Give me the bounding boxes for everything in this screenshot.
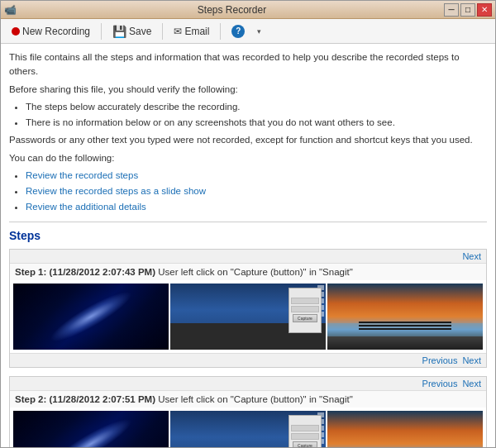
save-icon: 💾 [112,25,126,38]
step-2-previous-link-top[interactable]: Previous [422,379,458,388]
email-button[interactable]: ✉ Email [168,22,215,41]
bullet-item-2: There is no information below or on any … [26,116,487,130]
step-2-container: Previous Next Step 2: (11/28/2012 2:07:5… [9,376,487,448]
step-2-nav-top: Previous Next [10,377,486,391]
link-item-1: Review the recorded steps [26,169,487,183]
intro-para4: You can do the following: [9,151,487,165]
step-2-image-sunset [327,411,483,448]
step-1-image-desktop: Capture [170,284,326,350]
link-item-2: Review the recorded steps as a slide sho… [26,184,487,198]
save-label: Save [129,26,151,37]
step-1-nav-bottom: Previous Next [10,353,486,367]
save-button[interactable]: 💾 Save [107,21,157,41]
window-title: Steps Recorder [20,4,444,16]
step-1-nav-top: Next [10,250,486,264]
intro-divider [9,222,487,222]
intro-para3: Passwords or any other text you typed we… [9,133,487,147]
step-2-image-desktop: Capture [170,411,326,448]
window-controls: ─ □ ✕ [444,3,492,17]
toolbar-separator-1 [101,23,102,40]
step-1-next-link-bottom[interactable]: Next [462,355,481,365]
title-bar: 📹 Steps Recorder ─ □ ✕ [1,1,495,19]
new-recording-label: New Recording [22,26,90,37]
minimize-button[interactable]: ─ [444,3,459,17]
link-item-3: Review the additional details [26,200,487,214]
help-button[interactable]: ? [226,21,250,41]
close-button[interactable]: ✕ [477,3,492,17]
dropdown-arrow-icon: ▾ [257,27,261,36]
review-slideshow-link[interactable]: Review the recorded steps as a slide sho… [26,186,206,196]
review-details-link[interactable]: Review the additional details [26,202,146,212]
bullet-item-1: The steps below accurately describe the … [26,100,487,114]
restore-button[interactable]: □ [460,3,475,17]
email-label: Email [184,26,209,37]
new-recording-button[interactable]: New Recording [6,22,96,41]
step-1-images: Capture [10,280,486,353]
record-dot-icon [12,27,20,36]
step-1-image-galaxy [13,284,169,350]
email-icon: ✉ [174,26,182,37]
step-1-image-sunset [327,284,483,350]
review-steps-link[interactable]: Review the recorded steps [26,170,138,180]
step-1-previous-link-bottom[interactable]: Previous [422,355,458,365]
intro-section: This file contains all the steps and inf… [9,50,487,215]
intro-para2: Before sharing this file, you should ver… [9,83,487,97]
step-2-title: Step 2: (11/28/2012 2:07:51 PM) User lef… [10,391,486,407]
step-1-title: Step 1: (11/28/2012 2:07:43 PM) User lef… [10,264,486,280]
intro-bullet-list: The steps below accurately describe the … [26,100,487,131]
action-links-list: Review the recorded steps Review the rec… [26,169,487,215]
intro-para1: This file contains all the steps and inf… [9,50,487,79]
step-2-next-link-top[interactable]: Next [462,379,481,388]
step-1-container: Next Step 1: (11/28/2012 2:07:43 PM) Use… [9,249,487,368]
steps-header: Steps [9,229,487,242]
toolbar-separator-2 [162,23,163,40]
main-window: 📹 Steps Recorder ─ □ ✕ New Recording 💾 S… [0,0,496,448]
app-icon: 📹 [4,4,17,16]
step-2-images: Capture [10,407,486,448]
toolbar-separator-3 [220,23,221,40]
step-1-next-link-top[interactable]: Next [462,251,481,261]
help-icon: ? [231,25,245,38]
content-area[interactable]: This file contains all the steps and inf… [1,44,495,447]
step-2-image-galaxy [13,411,169,448]
toolbar: New Recording 💾 Save ✉ Email ? ▾ [1,19,495,44]
dropdown-button[interactable]: ▾ [254,24,265,39]
